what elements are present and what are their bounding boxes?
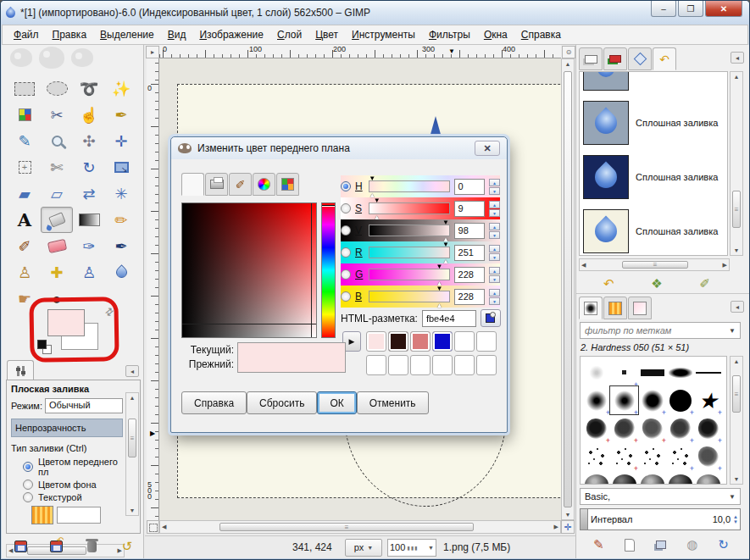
shear-tool[interactable]: ▰ <box>8 180 41 207</box>
reset-button[interactable]: Сбросить <box>247 391 317 414</box>
undo-item[interactable]: Сплошная заливка <box>580 96 727 150</box>
brush-item[interactable] <box>638 358 666 386</box>
brush-item[interactable] <box>694 358 722 386</box>
brush-item[interactable] <box>694 386 722 414</box>
close-button[interactable]: ✕ <box>705 1 742 17</box>
rect-select-tool[interactable] <box>8 75 41 102</box>
tab-brushes[interactable] <box>579 297 603 319</box>
menu-select[interactable]: Выделение <box>93 26 161 43</box>
brush-grid-vscrollbar[interactable]: ▲▼ ≡ <box>730 356 743 485</box>
pattern-swatch[interactable] <box>31 506 53 524</box>
pencil-tool[interactable]: ✏ <box>105 207 137 233</box>
zoom-follow-button[interactable]: ⊙ <box>562 46 575 58</box>
quick-mask-button[interactable] <box>147 520 159 534</box>
brush-item[interactable] <box>582 470 610 485</box>
collapse-dock-icon[interactable]: ◂ <box>731 301 744 313</box>
brush-item[interactable] <box>610 358 638 386</box>
dialog-title-bar[interactable]: Изменить цвет переднего плана <box>171 137 507 159</box>
align-tool[interactable] <box>8 154 41 180</box>
history-swatch[interactable] <box>410 355 431 375</box>
menu-help[interactable]: Справка <box>514 26 568 43</box>
undo-step-button[interactable]: ↶ <box>598 275 619 292</box>
zoom-level-input[interactable]: 100▮▮▮▼ <box>387 539 436 557</box>
brush-item[interactable] <box>666 442 694 470</box>
channel-value-input[interactable]: 251 <box>454 245 485 261</box>
select-by-color-tool[interactable] <box>8 102 41 128</box>
history-swatch[interactable] <box>432 331 453 352</box>
brush-item[interactable] <box>638 414 666 442</box>
tab-palette-picker[interactable] <box>276 173 299 196</box>
history-swatch[interactable] <box>366 355 386 375</box>
spacing-slider[interactable]: Интервал 10,0 ▲▼ <box>580 508 741 530</box>
channel-value-input[interactable]: 228 <box>454 267 485 283</box>
history-swatch[interactable] <box>454 331 475 352</box>
delete-options-button[interactable] <box>81 538 102 555</box>
history-swatch[interactable] <box>410 331 431 352</box>
brush-item[interactable] <box>582 414 610 442</box>
channel-value-input[interactable]: 9 <box>454 201 485 217</box>
history-swatch[interactable] <box>476 331 497 352</box>
spacing-stepper[interactable]: ▲▼ <box>733 514 740 524</box>
scissors-select-tool[interactable]: ✂ <box>41 102 73 128</box>
tab-gradients[interactable] <box>628 297 652 319</box>
menu-tools[interactable]: Инструменты <box>345 26 422 43</box>
brush-item[interactable] <box>638 442 666 470</box>
flip-tool[interactable]: ⇄ <box>73 180 105 207</box>
tab-watercolor-picker[interactable]: ✐ <box>229 173 252 196</box>
brush-item[interactable] <box>666 414 694 442</box>
paths-tool[interactable]: ✒ <box>105 102 137 128</box>
restore-button[interactable]: ❐ <box>678 1 703 17</box>
channel-value-input[interactable]: 228 <box>454 289 485 305</box>
html-notation-input[interactable]: fbe4e4 <box>422 310 476 327</box>
history-swatch[interactable] <box>366 331 386 352</box>
menu-view[interactable]: Вид <box>161 26 193 43</box>
tab-undo-history[interactable]: ↶ <box>653 47 676 70</box>
brush-item[interactable] <box>638 470 666 485</box>
ink-tool[interactable]: ✒ <box>105 233 137 259</box>
reset-options-button[interactable]: ↺ <box>117 538 137 555</box>
navigation-button[interactable]: ✛ <box>561 520 575 534</box>
mode-select[interactable]: Обычный <box>45 398 123 413</box>
brush-item[interactable] <box>666 470 694 485</box>
heal-tool[interactable]: ✚ <box>41 259 73 286</box>
refresh-brushes-button[interactable]: ↻ <box>714 536 734 553</box>
menu-color[interactable]: Цвет <box>308 26 345 43</box>
canvas-vscrollbar[interactable]: ▲▼ <box>561 58 575 520</box>
history-swatch[interactable] <box>432 355 453 375</box>
move-tool[interactable]: ✛ <box>105 128 137 154</box>
redo-step-button[interactable]: ❖ <box>647 275 667 292</box>
rotate-tool[interactable]: ↻ <box>73 154 105 180</box>
history-swatch[interactable] <box>476 355 497 375</box>
channel-stepper[interactable]: ▲▼ <box>489 201 500 217</box>
undo-item[interactable]: Сплошная заливка <box>580 204 727 256</box>
history-swatch[interactable] <box>388 331 408 352</box>
help-button[interactable]: Справка <box>181 391 247 414</box>
eyedropper-button[interactable] <box>481 309 501 327</box>
opacity-slider[interactable]: Непрозрачность <box>11 419 123 437</box>
fill-background-radio[interactable]: Цветом фона <box>23 480 123 490</box>
foreground-select-tool[interactable]: ☝ <box>73 102 105 128</box>
channel-value-input[interactable]: 0 <box>454 179 485 195</box>
unit-select[interactable]: px▼ <box>345 539 382 557</box>
tab-wheel-picker[interactable] <box>253 173 275 196</box>
undo-item[interactable]: Сплошная заливка <box>580 150 727 204</box>
gradient-tool[interactable] <box>73 207 105 233</box>
title-bar[interactable]: *[1] (импортировано)-6.0 (Индексированны… <box>1 1 749 25</box>
brush-item[interactable] <box>694 470 722 485</box>
history-swatch[interactable] <box>388 355 408 375</box>
paintbrush-tool[interactable]: ✐ <box>8 233 41 259</box>
brush-item[interactable] <box>694 414 722 442</box>
undo-list-hscrollbar[interactable]: ◀▶ ≡ <box>579 258 730 271</box>
brush-item[interactable] <box>638 386 666 414</box>
cage-transform-tool[interactable]: ✳ <box>105 180 137 207</box>
menu-windows[interactable]: Окна <box>477 26 514 43</box>
free-select-tool[interactable]: ➰ <box>73 75 105 102</box>
tab-layers[interactable] <box>579 47 603 70</box>
canvas-hscrollbar[interactable]: ◀▶ ≡ <box>159 520 561 534</box>
channel-stepper[interactable]: ▲▼ <box>489 179 500 195</box>
channel-stepper[interactable]: ▲▼ <box>489 223 500 239</box>
brush-filter-input[interactable]: фильтр по меткам ▼ <box>580 322 741 339</box>
dialog-close-button[interactable]: ✕ <box>475 141 500 156</box>
undo-item[interactable]: Сплошная заливка <box>580 71 727 96</box>
tool-options-tab[interactable] <box>7 360 34 380</box>
